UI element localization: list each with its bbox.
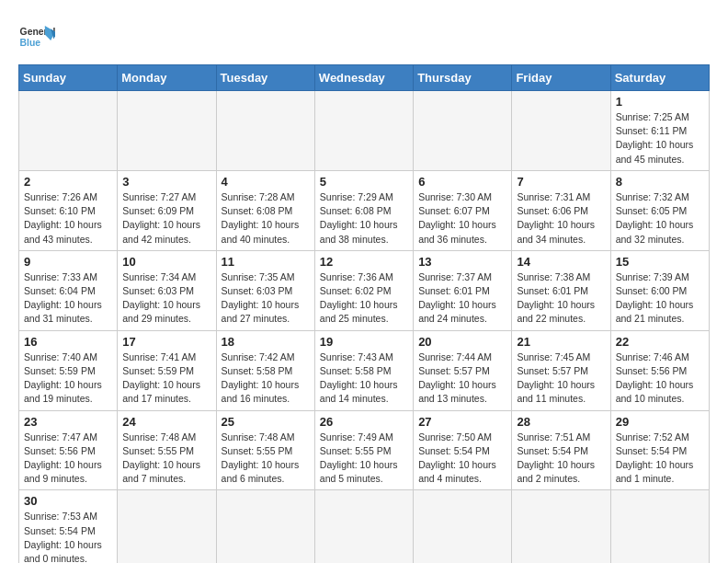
calendar-cell: 29Sunrise: 7:52 AMSunset: 5:54 PMDayligh… — [610, 410, 709, 490]
calendar-cell — [512, 91, 610, 171]
day-header-thursday: Thursday — [414, 65, 512, 91]
calendar-week-5: 30Sunrise: 7:53 AMSunset: 5:54 PMDayligh… — [19, 490, 710, 563]
day-number: 21 — [517, 335, 605, 349]
calendar-cell: 18Sunrise: 7:42 AMSunset: 5:58 PMDayligh… — [216, 330, 314, 410]
calendar-header-row: SundayMondayTuesdayWednesdayThursdayFrid… — [19, 65, 710, 91]
day-header-monday: Monday — [118, 65, 216, 91]
day-info: Sunrise: 7:27 AMSunset: 6:09 PMDaylight:… — [122, 190, 210, 247]
day-info: Sunrise: 7:42 AMSunset: 5:58 PMDaylight:… — [222, 350, 310, 407]
calendar-cell: 22Sunrise: 7:46 AMSunset: 5:56 PMDayligh… — [610, 330, 709, 410]
calendar-cell — [610, 490, 709, 563]
day-number: 10 — [122, 255, 210, 269]
day-number: 25 — [222, 415, 310, 429]
day-info: Sunrise: 7:48 AMSunset: 5:55 PMDaylight:… — [122, 431, 210, 487]
day-header-wednesday: Wednesday — [314, 65, 413, 91]
day-number: 30 — [24, 494, 112, 508]
day-number: 12 — [320, 255, 408, 269]
logo: General Blue — [18, 18, 55, 55]
day-info: Sunrise: 7:28 AMSunset: 6:08 PMDaylight:… — [222, 190, 310, 247]
calendar-cell — [314, 490, 413, 563]
day-number: 18 — [222, 335, 310, 349]
day-info: Sunrise: 7:53 AMSunset: 5:54 PMDaylight:… — [24, 510, 112, 563]
calendar-cell: 16Sunrise: 7:40 AMSunset: 5:59 PMDayligh… — [19, 330, 118, 410]
day-header-saturday: Saturday — [610, 65, 709, 91]
calendar-week-1: 2Sunrise: 7:26 AMSunset: 6:10 PMDaylight… — [19, 170, 710, 250]
day-number: 16 — [24, 335, 112, 349]
calendar-cell: 19Sunrise: 7:43 AMSunset: 5:58 PMDayligh… — [314, 330, 413, 410]
day-number: 9 — [24, 255, 112, 269]
calendar-week-2: 9Sunrise: 7:33 AMSunset: 6:04 PMDaylight… — [19, 250, 710, 330]
calendar-cell: 21Sunrise: 7:45 AMSunset: 5:57 PMDayligh… — [512, 330, 610, 410]
calendar-cell — [216, 91, 314, 171]
day-number: 23 — [24, 415, 112, 429]
day-number: 2 — [24, 175, 112, 189]
calendar-table: SundayMondayTuesdayWednesdayThursdayFrid… — [18, 64, 710, 563]
day-header-sunday: Sunday — [19, 65, 118, 91]
day-number: 15 — [616, 255, 704, 269]
calendar-cell: 27Sunrise: 7:50 AMSunset: 5:54 PMDayligh… — [414, 410, 512, 490]
day-info: Sunrise: 7:46 AMSunset: 5:56 PMDaylight:… — [616, 350, 704, 407]
day-info: Sunrise: 7:48 AMSunset: 5:55 PMDaylight:… — [222, 431, 310, 487]
calendar-week-0: 1Sunrise: 7:25 AMSunset: 6:11 PMDaylight… — [19, 91, 710, 171]
day-info: Sunrise: 7:51 AMSunset: 5:54 PMDaylight:… — [517, 431, 605, 487]
calendar-cell: 3Sunrise: 7:27 AMSunset: 6:09 PMDaylight… — [118, 170, 216, 250]
calendar-cell: 13Sunrise: 7:37 AMSunset: 6:01 PMDayligh… — [414, 250, 512, 330]
day-number: 28 — [517, 415, 605, 429]
day-info: Sunrise: 7:39 AMSunset: 6:00 PMDaylight:… — [616, 270, 704, 327]
calendar-cell: 20Sunrise: 7:44 AMSunset: 5:57 PMDayligh… — [414, 330, 512, 410]
day-info: Sunrise: 7:29 AMSunset: 6:08 PMDaylight:… — [320, 190, 408, 247]
calendar-cell — [216, 490, 314, 563]
day-info: Sunrise: 7:45 AMSunset: 5:57 PMDaylight:… — [517, 350, 605, 407]
day-info: Sunrise: 7:47 AMSunset: 5:56 PMDaylight:… — [24, 431, 112, 487]
day-number: 24 — [122, 415, 210, 429]
day-number: 4 — [222, 175, 310, 189]
calendar-cell: 4Sunrise: 7:28 AMSunset: 6:08 PMDaylight… — [216, 170, 314, 250]
calendar-cell: 15Sunrise: 7:39 AMSunset: 6:00 PMDayligh… — [610, 250, 709, 330]
calendar-cell — [118, 91, 216, 171]
svg-text:Blue: Blue — [20, 38, 41, 48]
day-number: 13 — [418, 255, 506, 269]
day-info: Sunrise: 7:32 AMSunset: 6:05 PMDaylight:… — [616, 190, 704, 247]
day-info: Sunrise: 7:33 AMSunset: 6:04 PMDaylight:… — [24, 270, 112, 327]
calendar-cell: 6Sunrise: 7:30 AMSunset: 6:07 PMDaylight… — [414, 170, 512, 250]
calendar-cell: 5Sunrise: 7:29 AMSunset: 6:08 PMDaylight… — [314, 170, 413, 250]
day-number: 5 — [320, 175, 408, 189]
day-info: Sunrise: 7:40 AMSunset: 5:59 PMDaylight:… — [24, 350, 112, 407]
day-info: Sunrise: 7:25 AMSunset: 6:11 PMDaylight:… — [616, 110, 704, 167]
calendar-cell: 12Sunrise: 7:36 AMSunset: 6:02 PMDayligh… — [314, 250, 413, 330]
day-number: 22 — [616, 335, 704, 349]
day-number: 17 — [122, 335, 210, 349]
day-info: Sunrise: 7:38 AMSunset: 6:01 PMDaylight:… — [517, 270, 605, 327]
day-info: Sunrise: 7:26 AMSunset: 6:10 PMDaylight:… — [24, 190, 112, 247]
calendar-cell: 30Sunrise: 7:53 AMSunset: 5:54 PMDayligh… — [19, 490, 118, 563]
day-number: 27 — [418, 415, 506, 429]
calendar-cell — [314, 91, 413, 171]
day-number: 14 — [517, 255, 605, 269]
day-info: Sunrise: 7:49 AMSunset: 5:55 PMDaylight:… — [320, 431, 408, 487]
calendar-cell: 14Sunrise: 7:38 AMSunset: 6:01 PMDayligh… — [512, 250, 610, 330]
calendar-cell: 11Sunrise: 7:35 AMSunset: 6:03 PMDayligh… — [216, 250, 314, 330]
day-info: Sunrise: 7:44 AMSunset: 5:57 PMDaylight:… — [418, 350, 506, 407]
calendar-cell: 24Sunrise: 7:48 AMSunset: 5:55 PMDayligh… — [118, 410, 216, 490]
day-info: Sunrise: 7:50 AMSunset: 5:54 PMDaylight:… — [418, 431, 506, 487]
calendar-cell: 2Sunrise: 7:26 AMSunset: 6:10 PMDaylight… — [19, 170, 118, 250]
day-info: Sunrise: 7:43 AMSunset: 5:58 PMDaylight:… — [320, 350, 408, 407]
logo-icon: General Blue — [18, 18, 55, 55]
day-info: Sunrise: 7:31 AMSunset: 6:06 PMDaylight:… — [517, 190, 605, 247]
calendar-cell: 28Sunrise: 7:51 AMSunset: 5:54 PMDayligh… — [512, 410, 610, 490]
day-number: 8 — [616, 175, 704, 189]
calendar-cell: 17Sunrise: 7:41 AMSunset: 5:59 PMDayligh… — [118, 330, 216, 410]
day-number: 20 — [418, 335, 506, 349]
day-number: 7 — [517, 175, 605, 189]
calendar-cell: 7Sunrise: 7:31 AMSunset: 6:06 PMDaylight… — [512, 170, 610, 250]
day-number: 6 — [418, 175, 506, 189]
calendar-cell — [414, 490, 512, 563]
day-header-friday: Friday — [512, 65, 610, 91]
calendar-cell: 1Sunrise: 7:25 AMSunset: 6:11 PMDaylight… — [610, 91, 709, 171]
day-info: Sunrise: 7:52 AMSunset: 5:54 PMDaylight:… — [616, 431, 704, 487]
calendar-week-3: 16Sunrise: 7:40 AMSunset: 5:59 PMDayligh… — [19, 330, 710, 410]
day-info: Sunrise: 7:37 AMSunset: 6:01 PMDaylight:… — [418, 270, 506, 327]
day-number: 1 — [616, 95, 704, 109]
page-header: General Blue — [18, 18, 710, 55]
calendar-cell: 23Sunrise: 7:47 AMSunset: 5:56 PMDayligh… — [19, 410, 118, 490]
